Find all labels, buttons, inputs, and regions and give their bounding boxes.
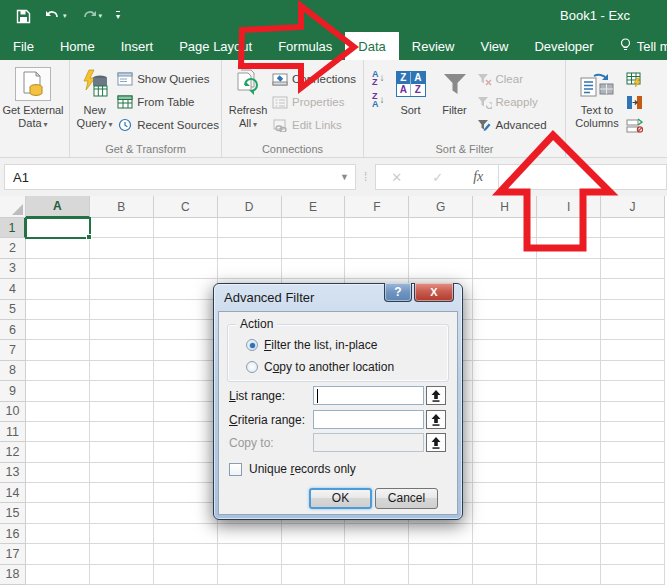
cell-C18[interactable] <box>154 565 218 585</box>
row-header-10[interactable]: 10 <box>0 402 26 422</box>
cell-I6[interactable] <box>537 320 601 340</box>
cell-H2[interactable] <box>473 238 537 258</box>
row-header-4[interactable]: 4 <box>0 279 26 299</box>
formula-input[interactable] <box>499 164 667 190</box>
cell-D2[interactable] <box>218 238 282 258</box>
get-external-data-button[interactable]: Get External Data▾ <box>2 64 64 131</box>
undo-icon[interactable]: ▾ <box>45 10 67 23</box>
cell-C6[interactable] <box>154 320 218 340</box>
cell-E18[interactable] <box>282 565 346 585</box>
cell-I11[interactable] <box>537 422 601 442</box>
cell-B12[interactable] <box>90 442 154 462</box>
tab-insert[interactable]: Insert <box>108 32 167 60</box>
cell-J10[interactable] <box>601 402 665 422</box>
help-button[interactable]: ? <box>384 283 412 302</box>
filter-button[interactable]: Filter <box>433 64 477 117</box>
column-header-E[interactable]: E <box>282 196 346 218</box>
column-header-A[interactable]: A <box>26 196 90 218</box>
row-header-16[interactable]: 16 <box>0 524 26 544</box>
tab-review[interactable]: Review <box>399 32 468 60</box>
cell-I7[interactable] <box>537 340 601 360</box>
ok-button[interactable]: OK <box>309 488 372 509</box>
cell-I3[interactable] <box>537 259 601 279</box>
cell-H18[interactable] <box>473 565 537 585</box>
cell-A18[interactable] <box>26 565 90 585</box>
cell-J2[interactable] <box>601 238 665 258</box>
cell-C1[interactable] <box>154 218 218 238</box>
cell-B10[interactable] <box>90 402 154 422</box>
cell-B11[interactable] <box>90 422 154 442</box>
criteria-range-input[interactable] <box>313 410 424 429</box>
cell-F2[interactable] <box>345 238 409 258</box>
cell-C13[interactable] <box>154 463 218 483</box>
cell-A9[interactable] <box>26 381 90 401</box>
cell-D18[interactable] <box>218 565 282 585</box>
customize-qat-icon[interactable]: ▾ <box>116 11 120 21</box>
cell-H8[interactable] <box>473 361 537 381</box>
list-range-input[interactable] <box>313 386 424 405</box>
radio-button-icon[interactable] <box>246 339 258 351</box>
cell-C4[interactable] <box>154 279 218 299</box>
cell-J7[interactable] <box>601 340 665 360</box>
cell-J6[interactable] <box>601 320 665 340</box>
cell-C15[interactable] <box>154 503 218 523</box>
cancel-button[interactable]: Cancel <box>375 488 438 509</box>
cell-G1[interactable] <box>409 218 473 238</box>
fill-handle[interactable] <box>86 234 92 240</box>
undo-dropdown-icon[interactable]: ▾ <box>63 12 67 20</box>
cell-F18[interactable] <box>345 565 409 585</box>
cell-B2[interactable] <box>90 238 154 258</box>
cell-B8[interactable] <box>90 361 154 381</box>
flash-fill-button[interactable] <box>626 69 643 89</box>
cell-F16[interactable] <box>345 524 409 544</box>
column-header-I[interactable]: I <box>537 196 601 218</box>
tab-formulas[interactable]: Formulas <box>265 32 345 60</box>
cell-E2[interactable] <box>282 238 346 258</box>
cell-G16[interactable] <box>409 524 473 544</box>
cell-H12[interactable] <box>473 442 537 462</box>
cell-I2[interactable] <box>537 238 601 258</box>
column-header-D[interactable]: D <box>218 196 282 218</box>
cell-H13[interactable] <box>473 463 537 483</box>
column-header-G[interactable]: G <box>409 196 473 218</box>
cell-H4[interactable] <box>473 279 537 299</box>
checkbox-icon[interactable] <box>229 463 242 476</box>
cell-J13[interactable] <box>601 463 665 483</box>
save-icon[interactable] <box>16 9 31 24</box>
cell-I14[interactable] <box>537 483 601 503</box>
cell-H17[interactable] <box>473 544 537 564</box>
cell-D1[interactable] <box>218 218 282 238</box>
tab-file[interactable]: File <box>0 32 47 60</box>
cell-B18[interactable] <box>90 565 154 585</box>
cell-J8[interactable] <box>601 361 665 381</box>
cell-A15[interactable] <box>26 503 90 523</box>
cell-H3[interactable] <box>473 259 537 279</box>
row-header-17[interactable]: 17 <box>0 544 26 564</box>
cell-C9[interactable] <box>154 381 218 401</box>
cell-B5[interactable] <box>90 300 154 320</box>
row-header-1[interactable]: 1 <box>0 218 26 238</box>
cell-H10[interactable] <box>473 402 537 422</box>
cell-C2[interactable] <box>154 238 218 258</box>
row-header-12[interactable]: 12 <box>0 442 26 462</box>
cell-D17[interactable] <box>218 544 282 564</box>
cell-C16[interactable] <box>154 524 218 544</box>
cell-A6[interactable] <box>26 320 90 340</box>
cell-J1[interactable] <box>601 218 665 238</box>
cell-B15[interactable] <box>90 503 154 523</box>
row-header-9[interactable]: 9 <box>0 381 26 401</box>
row-header-18[interactable]: 18 <box>0 565 26 585</box>
cell-C8[interactable] <box>154 361 218 381</box>
cell-C5[interactable] <box>154 300 218 320</box>
cell-B4[interactable] <box>90 279 154 299</box>
row-header-8[interactable]: 8 <box>0 361 26 381</box>
cell-H15[interactable] <box>473 503 537 523</box>
cell-C17[interactable] <box>154 544 218 564</box>
cell-H1[interactable] <box>473 218 537 238</box>
row-header-3[interactable]: 3 <box>0 259 26 279</box>
cell-E17[interactable] <box>282 544 346 564</box>
cell-I5[interactable] <box>537 300 601 320</box>
cell-A1[interactable] <box>26 218 90 238</box>
cell-J18[interactable] <box>601 565 665 585</box>
cell-I10[interactable] <box>537 402 601 422</box>
